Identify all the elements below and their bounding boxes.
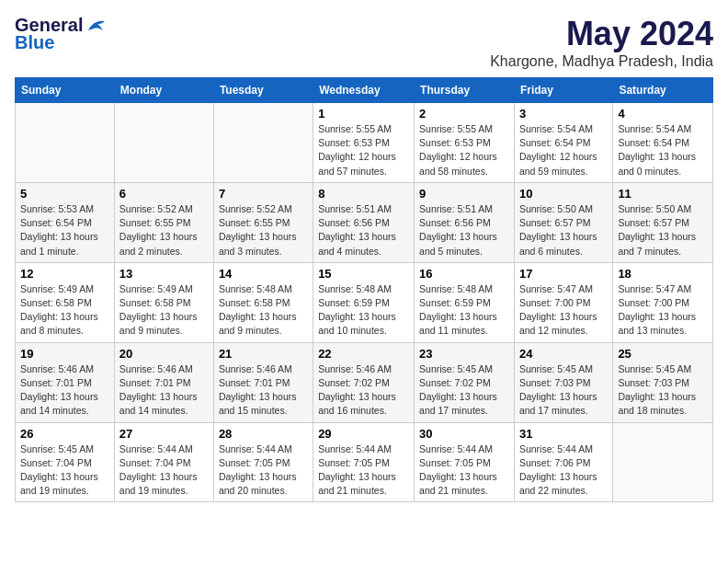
day-number: 29 [318, 427, 409, 441]
calendar-cell: 9Sunrise: 5:51 AM Sunset: 6:56 PM Daylig… [415, 182, 515, 262]
calendar-cell: 15Sunrise: 5:48 AM Sunset: 6:59 PM Dayli… [313, 262, 415, 342]
month-year-title: May 2024 [490, 15, 713, 53]
calendar-cell: 25Sunrise: 5:45 AM Sunset: 7:03 PM Dayli… [613, 342, 713, 422]
calendar-table: SundayMondayTuesdayWednesdayThursdayFrid… [15, 77, 713, 502]
page-header: General Blue May 2024 Khargone, Madhya P… [15, 15, 713, 70]
day-info: Sunrise: 5:48 AM Sunset: 6:59 PM Dayligh… [419, 282, 509, 339]
day-info: Sunrise: 5:48 AM Sunset: 6:59 PM Dayligh… [318, 282, 409, 339]
calendar-cell: 5Sunrise: 5:53 AM Sunset: 6:54 PM Daylig… [16, 182, 115, 262]
calendar-cell: 31Sunrise: 5:44 AM Sunset: 7:06 PM Dayli… [514, 422, 612, 502]
calendar-cell: 26Sunrise: 5:45 AM Sunset: 7:04 PM Dayli… [16, 422, 115, 502]
calendar-cell: 21Sunrise: 5:46 AM Sunset: 7:01 PM Dayli… [213, 342, 313, 422]
day-number: 15 [318, 267, 409, 281]
day-number: 13 [119, 267, 209, 281]
calendar-cell: 27Sunrise: 5:44 AM Sunset: 7:04 PM Dayli… [114, 422, 213, 502]
day-number: 27 [119, 427, 209, 441]
day-number: 4 [618, 107, 708, 121]
logo: General Blue [15, 15, 108, 53]
day-number: 26 [20, 427, 109, 441]
day-header-friday: Friday [514, 78, 612, 103]
calendar-cell: 24Sunrise: 5:45 AM Sunset: 7:03 PM Dayli… [514, 342, 612, 422]
week-row-4: 19Sunrise: 5:46 AM Sunset: 7:01 PM Dayli… [16, 342, 713, 422]
day-info: Sunrise: 5:45 AM Sunset: 7:02 PM Dayligh… [419, 362, 509, 419]
day-number: 8 [318, 187, 409, 201]
day-info: Sunrise: 5:53 AM Sunset: 6:54 PM Dayligh… [20, 202, 109, 259]
day-info: Sunrise: 5:44 AM Sunset: 7:04 PM Dayligh… [119, 442, 209, 499]
day-info: Sunrise: 5:50 AM Sunset: 6:57 PM Dayligh… [519, 202, 608, 259]
day-info: Sunrise: 5:44 AM Sunset: 7:05 PM Dayligh… [318, 442, 409, 499]
day-info: Sunrise: 5:52 AM Sunset: 6:55 PM Dayligh… [219, 202, 308, 259]
day-number: 18 [618, 267, 708, 281]
day-number: 17 [519, 267, 608, 281]
day-number: 10 [519, 187, 608, 201]
day-header-thursday: Thursday [415, 78, 515, 103]
location-subtitle: Khargone, Madhya Pradesh, India [490, 53, 713, 70]
week-row-5: 26Sunrise: 5:45 AM Sunset: 7:04 PM Dayli… [16, 422, 713, 502]
day-number: 23 [419, 347, 509, 361]
day-number: 22 [318, 347, 409, 361]
day-info: Sunrise: 5:44 AM Sunset: 7:06 PM Dayligh… [519, 442, 608, 499]
day-info: Sunrise: 5:51 AM Sunset: 6:56 PM Dayligh… [318, 202, 409, 259]
day-header-saturday: Saturday [613, 78, 713, 103]
calendar-cell: 12Sunrise: 5:49 AM Sunset: 6:58 PM Dayli… [16, 262, 115, 342]
day-number: 31 [519, 427, 608, 441]
calendar-cell: 18Sunrise: 5:47 AM Sunset: 7:00 PM Dayli… [613, 262, 713, 342]
calendar-cell: 17Sunrise: 5:47 AM Sunset: 7:00 PM Dayli… [514, 262, 612, 342]
day-info: Sunrise: 5:45 AM Sunset: 7:03 PM Dayligh… [519, 362, 608, 419]
day-info: Sunrise: 5:52 AM Sunset: 6:55 PM Dayligh… [119, 202, 209, 259]
calendar-cell [114, 103, 213, 183]
day-info: Sunrise: 5:46 AM Sunset: 7:01 PM Dayligh… [20, 362, 109, 419]
day-number: 11 [618, 187, 708, 201]
day-number: 1 [318, 107, 409, 121]
logo-blue-text: Blue [15, 32, 54, 53]
day-number: 14 [219, 267, 308, 281]
day-info: Sunrise: 5:44 AM Sunset: 7:05 PM Dayligh… [419, 442, 509, 499]
calendar-cell: 20Sunrise: 5:46 AM Sunset: 7:01 PM Dayli… [114, 342, 213, 422]
calendar-cell: 29Sunrise: 5:44 AM Sunset: 7:05 PM Dayli… [313, 422, 415, 502]
day-number: 28 [219, 427, 308, 441]
day-info: Sunrise: 5:54 AM Sunset: 6:54 PM Dayligh… [618, 122, 708, 178]
day-number: 19 [20, 347, 109, 361]
calendar-cell: 7Sunrise: 5:52 AM Sunset: 6:55 PM Daylig… [213, 182, 313, 262]
week-row-3: 12Sunrise: 5:49 AM Sunset: 6:58 PM Dayli… [16, 262, 713, 342]
day-info: Sunrise: 5:44 AM Sunset: 7:05 PM Dayligh… [219, 442, 308, 499]
calendar-cell: 16Sunrise: 5:48 AM Sunset: 6:59 PM Dayli… [415, 262, 515, 342]
day-number: 7 [219, 187, 308, 201]
days-header-row: SundayMondayTuesdayWednesdayThursdayFrid… [16, 78, 713, 103]
calendar-cell [16, 103, 115, 183]
calendar-cell: 13Sunrise: 5:49 AM Sunset: 6:58 PM Dayli… [114, 262, 213, 342]
day-header-sunday: Sunday [16, 78, 115, 103]
day-info: Sunrise: 5:46 AM Sunset: 7:01 PM Dayligh… [219, 362, 308, 419]
day-number: 20 [119, 347, 209, 361]
day-number: 9 [419, 187, 509, 201]
day-number: 12 [20, 267, 109, 281]
calendar-cell [613, 422, 713, 502]
title-area: May 2024 Khargone, Madhya Pradesh, India [490, 15, 713, 70]
calendar-cell: 30Sunrise: 5:44 AM Sunset: 7:05 PM Dayli… [415, 422, 515, 502]
day-info: Sunrise: 5:49 AM Sunset: 6:58 PM Dayligh… [20, 282, 109, 339]
day-info: Sunrise: 5:45 AM Sunset: 7:03 PM Dayligh… [618, 362, 708, 419]
day-header-monday: Monday [114, 78, 213, 103]
calendar-cell: 11Sunrise: 5:50 AM Sunset: 6:57 PM Dayli… [613, 182, 713, 262]
day-number: 30 [419, 427, 509, 441]
day-info: Sunrise: 5:55 AM Sunset: 6:53 PM Dayligh… [318, 122, 409, 178]
calendar-cell: 8Sunrise: 5:51 AM Sunset: 6:56 PM Daylig… [313, 182, 415, 262]
calendar-cell: 14Sunrise: 5:48 AM Sunset: 6:58 PM Dayli… [213, 262, 313, 342]
logo-bird-icon [85, 17, 108, 34]
calendar-cell: 23Sunrise: 5:45 AM Sunset: 7:02 PM Dayli… [415, 342, 515, 422]
day-number: 3 [519, 107, 608, 121]
day-info: Sunrise: 5:54 AM Sunset: 6:54 PM Dayligh… [519, 122, 608, 178]
calendar-cell: 22Sunrise: 5:46 AM Sunset: 7:02 PM Dayli… [313, 342, 415, 422]
day-info: Sunrise: 5:55 AM Sunset: 6:53 PM Dayligh… [419, 122, 509, 178]
day-info: Sunrise: 5:47 AM Sunset: 7:00 PM Dayligh… [618, 282, 708, 339]
day-info: Sunrise: 5:45 AM Sunset: 7:04 PM Dayligh… [20, 442, 109, 499]
day-header-tuesday: Tuesday [213, 78, 313, 103]
day-number: 25 [618, 347, 708, 361]
day-header-wednesday: Wednesday [313, 78, 415, 103]
day-info: Sunrise: 5:51 AM Sunset: 6:56 PM Dayligh… [419, 202, 509, 259]
day-info: Sunrise: 5:46 AM Sunset: 7:02 PM Dayligh… [318, 362, 409, 419]
week-row-1: 1Sunrise: 5:55 AM Sunset: 6:53 PM Daylig… [16, 103, 713, 183]
day-info: Sunrise: 5:50 AM Sunset: 6:57 PM Dayligh… [618, 202, 708, 259]
calendar-cell: 1Sunrise: 5:55 AM Sunset: 6:53 PM Daylig… [313, 103, 415, 183]
calendar-cell: 6Sunrise: 5:52 AM Sunset: 6:55 PM Daylig… [114, 182, 213, 262]
